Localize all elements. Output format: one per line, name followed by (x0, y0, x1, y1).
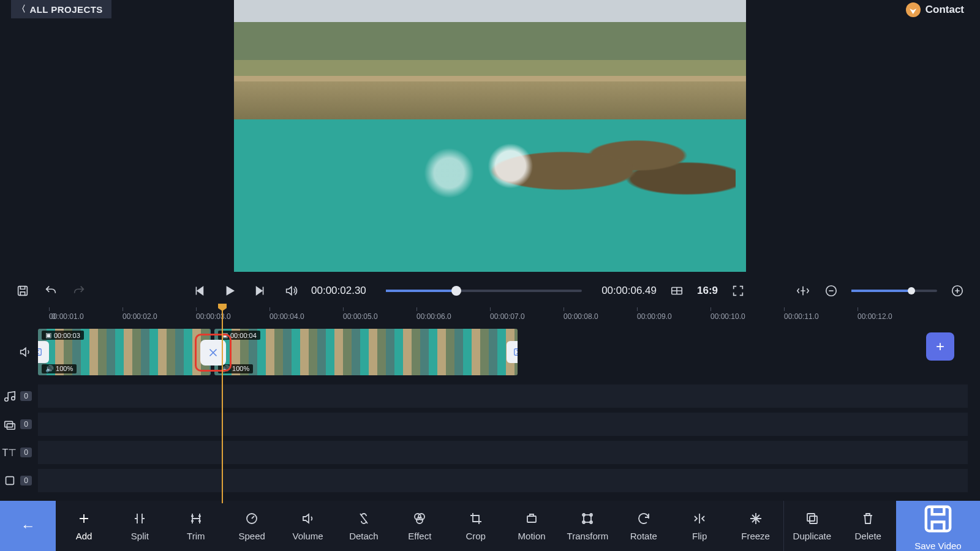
save-project-button[interactable] (15, 283, 31, 299)
clip-end-handle[interactable] (507, 341, 518, 363)
svg-rect-21 (926, 507, 950, 531)
add-button[interactable]: Add (56, 501, 111, 551)
video-preview[interactable] (234, 0, 746, 272)
play-button[interactable] (222, 283, 238, 299)
element-icon (3, 474, 17, 487)
overlay-track[interactable]: 0 (0, 410, 980, 438)
volume-button[interactable]: Volume (280, 501, 336, 551)
svg-rect-7 (7, 424, 15, 429)
undo-button[interactable] (43, 283, 59, 299)
svg-rect-19 (810, 516, 817, 523)
overlay-track-count: 0 (20, 419, 32, 429)
clip2-volume: 100% (232, 365, 249, 372)
timeline-fit-button[interactable] (795, 283, 811, 299)
speed-button[interactable]: Speed (224, 501, 280, 551)
clip-start-handle[interactable] (38, 341, 49, 363)
svg-rect-5 (514, 349, 518, 356)
aspect-ratio-button[interactable] (669, 283, 685, 299)
transport-controls (191, 283, 299, 299)
camera-icon: ▣ (45, 331, 51, 339)
back-button[interactable]: ← (0, 501, 56, 551)
svg-rect-13 (527, 516, 536, 522)
current-time: 00:00:02.30 (311, 285, 366, 297)
element-track[interactable]: 0 (0, 467, 980, 495)
freeze-button[interactable]: Freeze (728, 501, 783, 551)
text-track-count: 0 (20, 448, 32, 457)
volume-icon: 🔊 (45, 365, 54, 372)
clip1-volume: 100% (56, 365, 73, 372)
zoom-in-button[interactable] (949, 283, 965, 299)
save-video-button[interactable]: Save Video (896, 501, 980, 551)
svg-point-12 (417, 517, 423, 523)
crop-button[interactable]: Crop (448, 501, 503, 551)
text-icon: T⊤ (2, 447, 17, 459)
mute-button[interactable] (283, 283, 299, 299)
svg-rect-0 (18, 287, 28, 296)
transform-button[interactable]: Transform (560, 501, 616, 551)
total-time: 00:00:06.49 (601, 285, 657, 297)
bottom-toolbar: ← Add Split Trim Speed Volume Detach Eff… (0, 501, 980, 551)
next-frame-button[interactable] (252, 283, 268, 299)
zoom-out-button[interactable] (823, 283, 839, 299)
svg-rect-4 (38, 349, 41, 356)
text-track[interactable]: T⊤0 (0, 438, 980, 467)
motion-button[interactable]: Motion (503, 501, 559, 551)
video-track: ▣00:00:03 🔊 100% ▣00:00:04 🔊 100% + (0, 328, 980, 376)
aspect-ratio-label: 16:9 (697, 285, 718, 297)
element-track-count: 0 (20, 476, 32, 485)
audio-track[interactable]: 0 (0, 382, 980, 410)
timeline-ruler[interactable]: 00:00:01.0 00:00:02.0 00:00:03.0 00:00:0… (49, 307, 980, 326)
flip-button[interactable]: Flip (672, 501, 728, 551)
svg-rect-20 (807, 514, 815, 521)
zoom-slider[interactable] (851, 290, 937, 292)
effect-button[interactable]: Effect (392, 501, 448, 551)
fullscreen-button[interactable] (730, 283, 746, 299)
redo-button[interactable] (71, 283, 87, 299)
playhead[interactable] (222, 306, 223, 503)
delete-button[interactable]: Delete (840, 501, 896, 551)
prev-frame-button[interactable] (191, 283, 207, 299)
video-clip-1[interactable]: ▣00:00:03 🔊 100% (38, 329, 211, 375)
split-button[interactable]: Split (112, 501, 168, 551)
overlay-icon (3, 418, 17, 431)
svg-point-11 (418, 514, 424, 520)
svg-rect-8 (6, 477, 14, 485)
clip1-duration: 00:00:03 (54, 332, 80, 339)
progress-slider[interactable] (386, 290, 582, 292)
detach-button[interactable]: Detach (336, 501, 391, 551)
rotate-button[interactable]: Rotate (616, 501, 671, 551)
trim-button[interactable]: Trim (168, 501, 224, 551)
speaker-icon[interactable] (18, 345, 32, 359)
music-icon (3, 389, 17, 403)
svg-rect-6 (5, 421, 13, 427)
add-clip-button[interactable]: + (926, 332, 954, 361)
duplicate-button[interactable]: Duplicate (784, 501, 840, 551)
clip2-duration: 00:00:04 (230, 332, 257, 339)
video-clip-2[interactable]: ▣00:00:04 🔊 100% (214, 329, 518, 375)
audio-track-count: 0 (20, 391, 32, 401)
